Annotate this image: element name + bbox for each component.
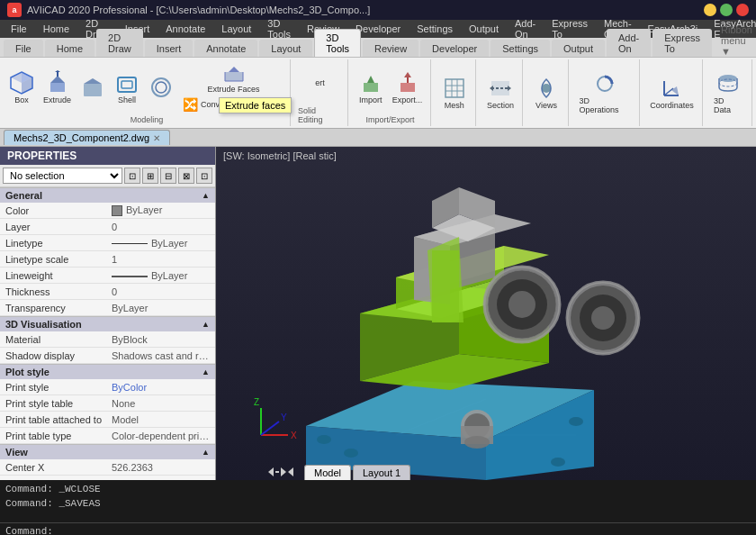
ribbon-btn-tool5[interactable] xyxy=(145,64,177,111)
tab-3dtools[interactable]: 3D Tools xyxy=(314,29,361,57)
section-view[interactable]: View ▲ xyxy=(0,444,215,459)
sel-btn-3[interactable]: ⊟ xyxy=(160,168,176,184)
ribbon-btn-shell[interactable]: Shell xyxy=(111,64,143,111)
prop-printtabletype-value[interactable]: Color-dependent prin... xyxy=(108,431,215,441)
tab-settings[interactable]: Settings xyxy=(490,40,550,57)
ribbon-btn-views[interactable]: Views xyxy=(530,69,562,116)
ribbon-btn-box[interactable]: Box xyxy=(5,64,38,111)
menu-annotate[interactable]: Annotate xyxy=(158,22,212,36)
svg-text:X: X xyxy=(291,431,297,440)
viewport-nav-prev[interactable] xyxy=(261,464,302,480)
shell-icon xyxy=(114,70,140,95)
prop-linetypescale-value[interactable]: 1 xyxy=(108,254,215,265)
prop-centerx-value[interactable]: 526.2363 xyxy=(108,462,215,473)
section-view-label: View xyxy=(5,447,28,458)
menu-file[interactable]: File xyxy=(4,22,34,36)
menu-3dtools[interactable]: 3D Tools xyxy=(260,16,298,41)
menu-home[interactable]: Home xyxy=(36,22,76,36)
prop-linetypescale-label: Linetype scale xyxy=(0,254,108,265)
ribbon-btn-section[interactable]: Section xyxy=(483,69,518,116)
ribbon-menu-toggle[interactable]: Ribbon menu ▼ xyxy=(714,24,756,57)
menu-addon[interactable]: Add-On xyxy=(508,16,543,41)
prop-thickness-value[interactable]: 0 xyxy=(108,286,215,297)
prop-printstyle-value[interactable]: ByColor xyxy=(108,382,215,393)
prop-linetypescale-row: Linetype scale 1 xyxy=(0,251,215,268)
tab-layout[interactable]: Layout xyxy=(259,40,312,57)
prop-linetype-value[interactable]: ByLayer xyxy=(108,238,215,249)
ribbon-btn-3ddata[interactable]: 3D Data xyxy=(710,69,746,116)
prop-lineweight-value[interactable]: ByLayer xyxy=(108,270,215,281)
selection-dropdown[interactable]: No selection xyxy=(3,168,122,184)
coords-buttons: Coordinates xyxy=(646,61,698,124)
ribbon-btn-3dops[interactable]: 3D Operations xyxy=(576,69,634,116)
mesh-icon xyxy=(442,76,467,101)
prop-printtableattached-value[interactable]: Model xyxy=(108,414,215,425)
tab-2ddraw[interactable]: 2D Draw xyxy=(96,29,143,57)
prop-thickness-row: Thickness 0 xyxy=(0,284,215,300)
tab-review[interactable]: Review xyxy=(363,40,418,57)
ribbon-group-3dops: 3D Operations xyxy=(571,59,640,126)
tab-addon[interactable]: Add-On xyxy=(607,29,651,57)
tab-home[interactable]: Home xyxy=(45,40,94,57)
menu-expressto[interactable]: Express To xyxy=(544,16,595,41)
ribbon-btn-extrude-faces[interactable]: Extrude Faces xyxy=(204,63,264,95)
prop-color-row: Color ByLayer xyxy=(0,203,215,219)
prop-printstyletable-value[interactable]: None xyxy=(108,398,215,409)
svg-rect-10 xyxy=(118,77,136,92)
svg-rect-8 xyxy=(84,84,102,96)
tab-annotate[interactable]: Annotate xyxy=(194,40,257,57)
ribbon-btn-coords[interactable]: Coordinates xyxy=(646,69,698,116)
prop-color-value[interactable]: ByLayer xyxy=(108,204,215,216)
svg-rect-21 xyxy=(400,83,415,92)
svg-marker-77 xyxy=(428,237,464,322)
sel-btn-5[interactable]: ⊡ xyxy=(196,168,212,184)
export-label: Export... xyxy=(392,95,423,104)
section-general[interactable]: General ▲ xyxy=(0,187,215,203)
titlebar-controls xyxy=(704,4,749,16)
tool3-icon xyxy=(80,75,105,100)
ribbon-btn-extrude[interactable]: Extrude xyxy=(40,64,75,111)
menu-output[interactable]: Output xyxy=(462,22,506,36)
tab-file[interactable]: File xyxy=(4,40,43,57)
drawing-filename: Mechs2_3D_Component2.dwg xyxy=(14,132,149,143)
close-button[interactable] xyxy=(736,4,749,16)
prop-transparency-value[interactable]: ByLayer xyxy=(108,303,215,313)
sel-btn-1[interactable]: ⊡ xyxy=(124,168,140,184)
section-3dvis[interactable]: 3D Visualisation ▲ xyxy=(0,316,215,331)
prop-layer-value[interactable]: 0 xyxy=(108,222,215,232)
drawing-tab[interactable]: Mechs2_3D_Component2.dwg ✕ xyxy=(4,130,170,145)
command-input[interactable] xyxy=(57,525,751,535)
sel-btn-4[interactable]: ⊠ xyxy=(178,168,194,184)
ribbon-btn-import[interactable]: Import xyxy=(355,64,387,111)
section-plotstyle-arrow: ▲ xyxy=(202,367,210,376)
extrude-faces-label: Extrude Faces xyxy=(208,85,260,94)
prop-linetype-row: Linetype ByLayer xyxy=(0,235,215,251)
tab-expressto[interactable]: Express To xyxy=(652,29,712,57)
tab-layout1[interactable]: Layout 1 xyxy=(353,465,410,480)
ribbon-group-coords: Coordinates xyxy=(642,59,703,126)
prop-material-value[interactable]: ByBlock xyxy=(108,334,215,345)
ribbon-btn-tool3[interactable] xyxy=(76,64,109,111)
prop-shadow-value[interactable]: Shadows cast and rec... xyxy=(108,350,215,361)
3dops-buttons: 3D Operations xyxy=(576,61,634,124)
tab-insert[interactable]: Insert xyxy=(145,40,194,57)
ribbon-btn-convert[interactable]: ert xyxy=(311,75,328,91)
tab-output[interactable]: Output xyxy=(552,40,605,57)
menu-settings[interactable]: Settings xyxy=(410,22,460,36)
viewport[interactable]: [SW: Isometric] [Real stic] xyxy=(216,147,756,480)
menu-layout[interactable]: Layout xyxy=(214,22,258,36)
svg-marker-22 xyxy=(404,72,411,77)
prop-printstyle-label: Print style xyxy=(0,382,108,393)
minimize-button[interactable] xyxy=(704,4,716,16)
modeling-label: Modeling xyxy=(130,113,164,124)
ribbon-btn-mesh[interactable]: Mesh xyxy=(438,69,471,116)
section-plotstyle[interactable]: Plot style ▲ xyxy=(0,364,215,379)
tab-model[interactable]: Model xyxy=(304,465,351,480)
maximize-button[interactable] xyxy=(720,4,733,16)
views-label: Views xyxy=(536,101,557,110)
prop-transparency-label: Transparency xyxy=(0,303,108,313)
sel-btn-2[interactable]: ⊞ xyxy=(142,168,158,184)
tab-developer[interactable]: Developer xyxy=(420,40,489,57)
drawing-tab-close[interactable]: ✕ xyxy=(153,133,160,143)
ribbon-btn-export[interactable]: Export... xyxy=(389,64,427,111)
